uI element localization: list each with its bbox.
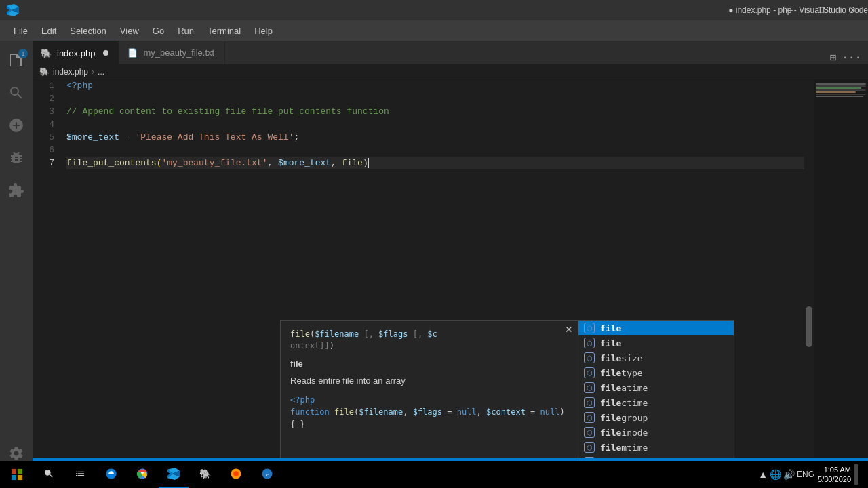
volume-icon[interactable]: 🔊 [783, 469, 795, 480]
suggestion-icon-6: ⬡ [584, 397, 595, 408]
suggestion-filemtime[interactable]: ⬡ filemtime [578, 440, 734, 455]
taskbar-ie[interactable]: e [252, 461, 282, 488]
title-bar: ● index.php - php - Visual Studio Code ─… [0, 0, 868, 20]
main-container: 1 [0, 41, 868, 473]
taskbar-edge[interactable] [96, 461, 126, 488]
editor-area: 🐘 index.php 📄 my_beauty_file.txt ⊞ ··· 🐘… [33, 41, 868, 473]
vertical-scrollbar[interactable] [804, 79, 814, 458]
breadcrumb-more[interactable]: ... [98, 67, 104, 77]
suggestion-filetype[interactable]: ⬡ filetype [578, 365, 734, 380]
suggestion-fileowner[interactable]: ⬡ fileowner [578, 455, 734, 458]
code-line-4 [66, 118, 804, 131]
tab-my-beauty-file[interactable]: 📄 my_beauty_file.txt [119, 41, 225, 64]
menu-file[interactable]: File [7, 20, 35, 41]
taskbar-vscode[interactable] [159, 461, 189, 488]
menu-run[interactable]: Run [171, 20, 201, 41]
suggestion-file-1[interactable]: ⬡ file [578, 321, 734, 336]
code-line-7: file_put_contents ( 'my_beauty_file.txt'… [66, 157, 804, 169]
suggestion-file-2[interactable]: ⬡ file [578, 336, 734, 350]
system-tray: ▲ 🌐 🔊 ENG [758, 469, 814, 480]
suggestion-label-8: fileinode [600, 428, 648, 438]
doc-title: file [290, 359, 568, 369]
doc-close-button[interactable]: ✕ [564, 324, 574, 335]
activity-debug[interactable] [0, 142, 33, 174]
suggestion-icon-2: ⬡ [584, 338, 595, 348]
battery-icon[interactable]: ENG [797, 470, 814, 479]
suggestions-list: ⬡ file ⬡ file ⬡ filesize ⬡ filetype [578, 320, 734, 458]
taskbar-task-view[interactable] [65, 461, 95, 488]
suggestion-label-4: filetype [600, 368, 643, 378]
maximize-button[interactable]: ❐ [806, 0, 837, 20]
suggestion-icon-5: ⬡ [584, 382, 595, 393]
line-num-1: 1 [33, 79, 60, 92]
suggestion-fileatime[interactable]: ⬡ fileatime [578, 380, 734, 395]
menu-edit[interactable]: Edit [35, 20, 63, 41]
breadcrumb-file[interactable]: index.php [53, 67, 88, 77]
line-num-5: 5 [33, 131, 60, 144]
taskbar-php[interactable]: 🐘 [190, 461, 220, 488]
suggestion-label-5: fileatime [600, 383, 648, 393]
svg-text:e: e [266, 471, 269, 478]
taskbar-start[interactable] [3, 461, 31, 488]
tab-index-php[interactable]: 🐘 index.php [33, 41, 119, 64]
tab-modified-dot [103, 50, 108, 56]
code-line-2 [66, 92, 804, 105]
menu-selection[interactable]: Selection [63, 20, 113, 41]
tray-up-icon[interactable]: ▲ [758, 469, 768, 480]
suggestion-label-3: filesize [600, 353, 643, 363]
cursor [368, 158, 369, 168]
menu-view[interactable]: View [113, 20, 146, 41]
activity-git[interactable] [0, 109, 33, 142]
line-num-2: 2 [33, 92, 60, 105]
editor-content: 1 2 3 4 5 6 7 <?php // Append content to… [33, 79, 868, 458]
suggestion-label-6: filectime [600, 398, 648, 408]
menu-bar: File Edit Selection View Go Run Terminal… [0, 20, 868, 41]
svg-rect-7 [18, 475, 22, 480]
tab-label-active: index.php [57, 48, 95, 58]
svg-rect-5 [18, 469, 22, 474]
tabs-bar: 🐘 index.php 📄 my_beauty_file.txt ⊞ ··· [33, 41, 868, 64]
line-num-4: 4 [33, 118, 60, 131]
taskbar-search[interactable] [34, 461, 64, 488]
suggestion-fileinode[interactable]: ⬡ fileinode [578, 425, 734, 440]
tab-label-inactive: my_beauty_file.txt [143, 47, 214, 58]
suggestion-label-2: file [600, 338, 621, 348]
taskbar-firefox[interactable] [221, 461, 251, 488]
show-desktop-button[interactable] [854, 464, 858, 485]
menu-go[interactable]: Go [146, 20, 171, 41]
close-button[interactable]: ✕ [837, 0, 868, 20]
doc-signature: file($filename [, $flags [, $c ontext]]) [290, 329, 568, 352]
activity-extensions[interactable] [0, 174, 33, 207]
clock-time: 1:05 AM [818, 465, 851, 474]
scrollbar-thumb[interactable] [806, 306, 812, 347]
tab-right-controls: ⊞ ··· [830, 51, 868, 64]
taskbar-chrome[interactable] [127, 461, 157, 488]
menu-terminal[interactable]: Terminal [201, 20, 248, 41]
svg-point-15 [233, 471, 239, 476]
activity-bar: 1 [0, 41, 33, 473]
doc-code: <?php function file($filename, $flags = … [290, 394, 568, 430]
vscode-logo-icon [7, 4, 19, 16]
code-line-6 [66, 144, 804, 157]
activity-search[interactable] [0, 77, 33, 109]
minimize-button[interactable]: ─ [774, 0, 806, 20]
suggestion-filegroup[interactable]: ⬡ filegroup [578, 410, 734, 425]
more-actions-button[interactable]: ··· [842, 52, 861, 64]
suggestion-filectime[interactable]: ⬡ filectime [578, 395, 734, 410]
suggestion-filesize[interactable]: ⬡ filesize [578, 350, 734, 365]
doc-description: Reads entire file into an array [290, 374, 568, 388]
network-icon[interactable]: 🌐 [770, 469, 781, 480]
menu-help[interactable]: Help [248, 20, 279, 41]
line-numbers: 1 2 3 4 5 6 7 [33, 79, 66, 458]
clock-date: 5/30/2020 [818, 474, 851, 484]
clock[interactable]: 1:05 AM 5/30/2020 [818, 465, 851, 485]
suggestion-icon-1: ⬡ [584, 323, 595, 333]
breadcrumb-icon: 🐘 [39, 67, 50, 77]
split-editor-button[interactable]: ⊞ [830, 51, 837, 64]
line-num-3: 3 [33, 105, 60, 118]
code-line-5: $more_text = 'Please Add This Text As We… [66, 131, 804, 144]
code-line-1: <?php [66, 79, 804, 92]
suggestion-icon-10: ⬡ [584, 457, 595, 458]
doc-popup: file($filename [, $flags [, $c ontext]])… [280, 320, 578, 458]
activity-explorer[interactable]: 1 [0, 44, 33, 77]
